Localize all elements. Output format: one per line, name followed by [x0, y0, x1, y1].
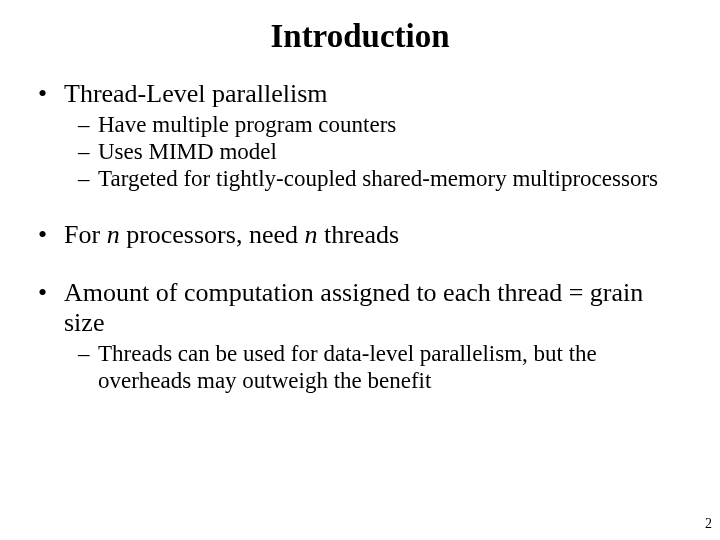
bullet-text: Amount of computation assigned to each t… [64, 278, 643, 337]
bullet-thread-level: Thread-Level parallelism Have multiple p… [36, 79, 684, 192]
slide: Introduction Thread-Level parallelism Ha… [0, 0, 720, 540]
sub-text: Threads can be used for data-level paral… [98, 341, 597, 393]
bullet-list: Thread-Level parallelism Have multiple p… [36, 79, 684, 394]
sub-list: Threads can be used for data-level paral… [78, 340, 684, 394]
sub-list: Have multiple program counters Uses MIMD… [78, 111, 684, 192]
italic-n: n [107, 220, 120, 249]
italic-n: n [304, 220, 317, 249]
bullet-grain-size: Amount of computation assigned to each t… [36, 278, 684, 394]
sub-text: Have multiple program counters [98, 112, 396, 137]
slide-title: Introduction [36, 18, 684, 55]
sub-item: Uses MIMD model [78, 138, 684, 165]
bullet-n-threads: For n processors, need n threads [36, 220, 684, 250]
bullet-text-part: For [64, 220, 107, 249]
sub-item: Targeted for tightly-coupled shared-memo… [78, 165, 684, 192]
sub-text: Uses MIMD model [98, 139, 277, 164]
bullet-text-part: threads [317, 220, 399, 249]
sub-text: Targeted for tightly-coupled shared-memo… [98, 166, 658, 191]
bullet-text-part: processors, need [120, 220, 305, 249]
sub-item: Have multiple program counters [78, 111, 684, 138]
bullet-text: Thread-Level parallelism [64, 79, 327, 108]
sub-item: Threads can be used for data-level paral… [78, 340, 684, 394]
page-number: 2 [705, 516, 712, 532]
